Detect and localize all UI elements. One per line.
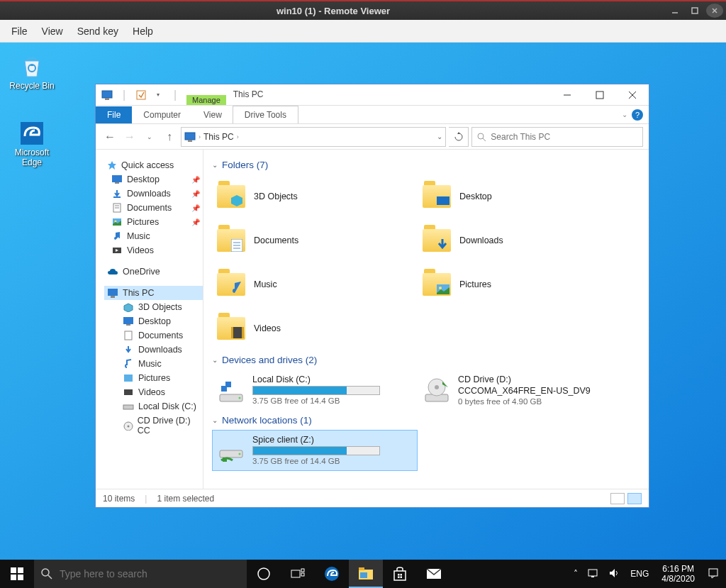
svg-rect-57	[11, 567, 16, 573]
nav-qa-desktop[interactable]: Desktop📌	[104, 172, 203, 187]
explorer-icon[interactable]	[100, 88, 114, 102]
nav-qa-pictures[interactable]: Pictures📌	[104, 215, 203, 229]
pin-icon: 📌	[191, 176, 200, 184]
search-input[interactable]	[491, 132, 638, 142]
ribbon-tab-view[interactable]: View	[192, 106, 233, 123]
ribbon-tab-computer[interactable]: Computer	[132, 106, 192, 123]
explorer-maximize-button[interactable]	[583, 84, 616, 106]
refresh-button[interactable]	[449, 127, 469, 147]
nav-onedrive[interactable]: OneDrive	[104, 265, 203, 279]
nav-pc-music[interactable]: Music	[116, 357, 203, 371]
nav-qa-music[interactable]: Music	[104, 229, 203, 243]
taskbar-search[interactable]	[34, 560, 247, 588]
ribbon-tab-drive-tools[interactable]: Drive Tools	[233, 106, 298, 123]
taskbar-store[interactable]	[383, 560, 417, 588]
group-header-folders[interactable]: ⌄Folders (7)	[212, 155, 640, 174]
desktop-icon-recycle-bin[interactable]: Recycle Bin	[6, 52, 58, 91]
svg-rect-78	[591, 576, 594, 577]
taskbar-search-input[interactable]	[60, 568, 240, 579]
viewer-menu-help[interactable]: Help	[125, 23, 160, 40]
nav-quick-access[interactable]: Quick access	[104, 158, 203, 172]
nav-pc-pictures[interactable]: Pictures	[116, 371, 203, 385]
svg-rect-50	[227, 387, 231, 392]
language-indicator[interactable]: ENG	[629, 569, 650, 579]
windows-icon	[11, 567, 23, 580]
nav-pc-local-disk[interactable]: Local Disk (C:)	[116, 399, 203, 414]
taskbar-edge[interactable]	[315, 560, 349, 588]
folder-pictures[interactable]: Pictures	[418, 262, 623, 306]
tiles-view-toggle[interactable]	[627, 493, 642, 504]
up-button[interactable]: ↑	[161, 128, 178, 145]
address-input[interactable]: › This PC › ⌄	[181, 127, 446, 147]
drive-icon	[123, 401, 134, 411]
viewer-menu-sendkey[interactable]: Send key	[70, 23, 125, 40]
drive-local-disk-c[interactable]: Local Disk (C:) 3.75 GB free of 14.4 GB	[212, 370, 418, 411]
explorer-minimize-button[interactable]	[551, 84, 583, 106]
qat-dropdown[interactable]: ▾	[151, 88, 165, 102]
nav-pc-videos[interactable]: Videos	[116, 385, 203, 399]
ribbon-tab-file[interactable]: File	[96, 106, 132, 123]
volume-icon[interactable]	[608, 568, 622, 580]
viewer-minimize-button[interactable]	[666, 4, 683, 18]
nav-pc-cd-drive[interactable]: CD Drive (D:) CC	[116, 414, 203, 438]
edge-icon	[6, 119, 58, 148]
desktop[interactable]: Recycle Bin Microsoft Edge | ▾ | Manage …	[0, 43, 726, 560]
cortana-button[interactable]	[247, 560, 281, 588]
nav-this-pc[interactable]: This PC	[104, 286, 203, 300]
nav-pc-downloads[interactable]: Downloads	[116, 343, 203, 357]
chevron-down-icon: ⌄	[212, 356, 218, 364]
svg-rect-31	[124, 375, 133, 382]
folder-downloads[interactable]: Downloads	[418, 218, 623, 262]
taskbar: ˄ ENG 6:16 PM 4/8/2020	[0, 560, 726, 588]
forward-button[interactable]: →	[121, 128, 138, 145]
content-pane[interactable]: ⌄Folders (7) 3D Objects Desktop Document…	[203, 150, 649, 489]
search-box[interactable]	[471, 127, 643, 147]
tray-overflow-icon[interactable]: ˄	[572, 569, 579, 579]
nav-qa-documents[interactable]: Documents📌	[104, 201, 203, 215]
nav-pc-documents[interactable]: Documents	[116, 328, 203, 343]
history-dropdown[interactable]: ⌄	[141, 128, 158, 145]
ribbon-expand-icon[interactable]: ⌄	[622, 111, 627, 118]
folder-3d-objects[interactable]: 3D Objects	[212, 174, 418, 218]
nav-pc-3dobjects[interactable]: 3D Objects	[116, 300, 203, 314]
nav-qa-downloads[interactable]: Downloads📌	[104, 187, 203, 201]
taskbar-mail[interactable]	[417, 560, 451, 588]
viewer-menu-view[interactable]: View	[35, 23, 70, 40]
drive-cd-d[interactable]: CD Drive (D:) CCCOMA_X64FRE_EN-US_DV9 0 …	[418, 370, 623, 411]
nav-qa-videos[interactable]: Videos	[104, 243, 203, 257]
properties-button[interactable]	[134, 88, 148, 102]
start-button[interactable]	[0, 560, 34, 588]
breadcrumb-sep[interactable]: ›	[237, 133, 239, 140]
folder-icon	[216, 225, 247, 256]
folder-desktop[interactable]: Desktop	[418, 174, 623, 218]
help-icon[interactable]: ?	[632, 109, 643, 121]
group-header-network[interactable]: ⌄Network locations (1)	[212, 411, 640, 430]
breadcrumb-sep[interactable]: ›	[199, 133, 201, 140]
drive-spice-client-z[interactable]: Spice client (Z:) 3.75 GB free of 14.4 G…	[212, 430, 418, 471]
clock[interactable]: 6:16 PM 4/8/2020	[657, 564, 699, 584]
explorer-close-button[interactable]	[616, 84, 649, 106]
viewer-menu-file[interactable]: File	[4, 23, 35, 40]
desktop-icon-edge[interactable]: Microsoft Edge	[6, 119, 58, 167]
group-header-drives[interactable]: ⌄Devices and drives (2)	[212, 350, 640, 370]
svg-rect-58	[18, 567, 23, 573]
folder-music[interactable]: Music	[212, 262, 418, 306]
navigation-pane[interactable]: Quick access Desktop📌 Downloads📌 Documen…	[96, 150, 203, 489]
viewer-close-button[interactable]	[706, 4, 723, 18]
address-dropdown-icon[interactable]: ⌄	[437, 133, 442, 140]
folder-icon	[421, 269, 452, 300]
explorer-titlebar[interactable]: | ▾ | Manage This PC	[96, 84, 649, 106]
network-icon[interactable]	[586, 568, 601, 580]
folder-videos[interactable]: Videos	[212, 306, 418, 350]
viewer-maximize-button[interactable]	[686, 4, 703, 18]
details-view-toggle[interactable]	[610, 493, 625, 504]
back-button[interactable]: ←	[101, 128, 118, 145]
folder-icon	[421, 225, 452, 256]
folder-documents[interactable]: Documents	[212, 218, 418, 262]
taskbar-explorer[interactable]	[349, 560, 383, 588]
nav-pc-desktop[interactable]: Desktop	[116, 314, 203, 328]
breadcrumb-location[interactable]: This PC	[203, 132, 234, 142]
folder-icon	[216, 313, 247, 344]
task-view-button[interactable]	[281, 560, 315, 588]
action-center-icon[interactable]	[706, 567, 720, 581]
